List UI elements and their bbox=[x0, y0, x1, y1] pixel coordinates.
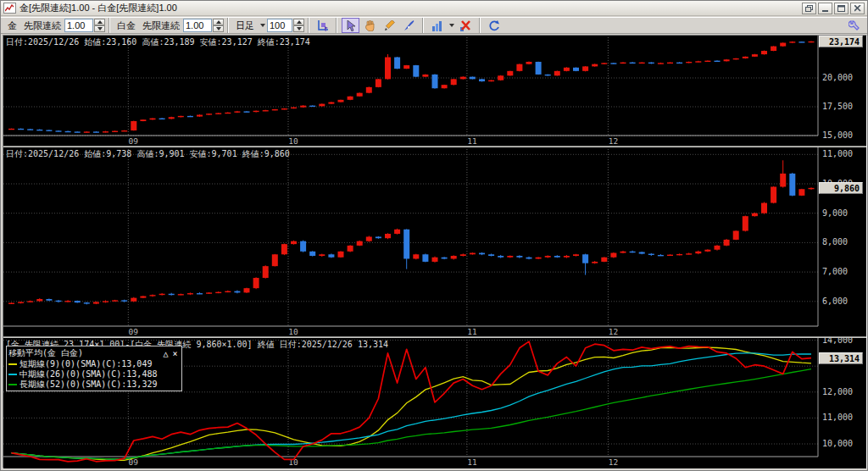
spin-up-icon[interactable] bbox=[94, 19, 105, 25]
y-axis-tick-label: 6,000 bbox=[822, 296, 848, 306]
instrument2-multiplier-input[interactable]: 1.00 bbox=[183, 19, 212, 32]
y-axis-labels-group: 11,00010,0009,0008,0007,0006,000 bbox=[822, 149, 853, 305]
instrument1-multiplier-spinner: 1.00 bbox=[64, 19, 105, 32]
candles-group bbox=[8, 42, 815, 133]
panel-separator[interactable] bbox=[3, 336, 866, 338]
clear-chart-button[interactable] bbox=[457, 18, 475, 33]
wrench-icon bbox=[849, 20, 860, 31]
toolbar-separator bbox=[422, 18, 424, 33]
chart-app-icon bbox=[3, 3, 16, 14]
chart-type-dropdown-button[interactable] bbox=[447, 18, 456, 33]
instrument2-multiplier-spinner: 1.00 bbox=[183, 19, 224, 32]
spin-up-icon[interactable] bbox=[213, 19, 224, 25]
chart-area: 0910111220,00017,50015,000 日付:2025/12/26… bbox=[3, 35, 867, 468]
maximize-button[interactable] bbox=[834, 3, 849, 14]
month-axis-label: 11 bbox=[467, 457, 477, 467]
legend-title: 移動平均(金 白金) bbox=[8, 347, 161, 359]
cursor-arrow-icon bbox=[346, 20, 356, 31]
bar-chart-icon bbox=[431, 20, 442, 31]
y-axis-tick-label: 20,000 bbox=[822, 73, 853, 82]
gold-candlestick-chart[interactable]: 0910111220,00017,50015,000 bbox=[3, 36, 866, 146]
chart-window: 金[先限連続]1.00 - 白金[先限連続]1.00 金 先限連続 1.00 白… bbox=[0, 0, 868, 471]
pan-tool-button[interactable] bbox=[361, 18, 379, 33]
cascade-icon bbox=[805, 5, 813, 12]
pencil-icon bbox=[384, 20, 395, 31]
draw-tool-button[interactable] bbox=[381, 18, 398, 33]
moving-average-legend[interactable]: 移動平均(金 白金) △ × 短期線(9)(0)(SMA)(C):13,049 … bbox=[6, 346, 182, 391]
month-axis-label: 12 bbox=[609, 327, 618, 336]
instrument1-spin-buttons bbox=[94, 19, 105, 32]
main-toolbar: 金 先限連続 1.00 白金 先限連続 1.00 日足 100 bbox=[1, 17, 867, 34]
select-tool-button[interactable] bbox=[342, 18, 359, 33]
period-dropdown-button[interactable] bbox=[258, 18, 267, 33]
legend-header: 移動平均(金 白金) △ × bbox=[8, 347, 180, 359]
toolbar-separator bbox=[336, 18, 337, 33]
spin-down-icon[interactable] bbox=[213, 25, 224, 32]
y-axis-tick-label: 17,500 bbox=[822, 102, 853, 111]
gold-last-price-badge: 23,174 bbox=[819, 36, 863, 47]
legend-collapse-button[interactable]: △ bbox=[161, 349, 170, 358]
instrument1-multiplier-input[interactable]: 1.00 bbox=[64, 19, 93, 32]
axis-crosshair-icon bbox=[317, 19, 329, 31]
title-bar[interactable]: 金[先限連続]1.00 - 白金[先限連続]1.00 bbox=[1, 1, 867, 16]
legend-row-long: 長期線(52)(0)(SMA)(C):13,329 bbox=[8, 380, 180, 390]
gold-ohlc-info: 日付:2025/12/26 始値:23,160 高値:23,189 安値:23,… bbox=[6, 36, 310, 48]
spread-last-price-badge: 13,314 bbox=[819, 352, 863, 364]
close-button[interactable] bbox=[850, 3, 865, 14]
instrument2-series-label: 先限連続 bbox=[142, 19, 180, 32]
bar-count-spin-buttons bbox=[293, 19, 304, 32]
month-axis-label: 10 bbox=[288, 136, 298, 146]
toolbar-separator bbox=[308, 18, 309, 33]
instrument1-name-label: 金 bbox=[8, 19, 17, 32]
mid-ma-color-swatch bbox=[8, 374, 17, 375]
gridlines-group: 09101112 bbox=[3, 36, 818, 146]
y-axis-tick-label: 12,000 bbox=[822, 387, 853, 396]
long-ma-color-swatch bbox=[8, 384, 17, 385]
crosshair-tool-button[interactable] bbox=[314, 18, 331, 33]
month-axis-label: 09 bbox=[129, 136, 139, 146]
instrument1-series-label: 先限連続 bbox=[24, 19, 61, 32]
candles-group bbox=[8, 160, 815, 304]
panel-separator[interactable] bbox=[3, 146, 866, 147]
month-axis-label: 09 bbox=[129, 327, 139, 336]
month-axis-label: 12 bbox=[609, 136, 618, 146]
instrument2-name-label: 白金 bbox=[117, 19, 136, 32]
month-axis-label: 11 bbox=[467, 136, 477, 146]
y-axis-labels-group: 20,00017,50015,000 bbox=[822, 73, 853, 140]
refresh-button[interactable] bbox=[485, 18, 503, 33]
minimize-button[interactable] bbox=[818, 3, 832, 14]
float-window-button[interactable] bbox=[802, 3, 816, 14]
delete-x-icon bbox=[460, 20, 471, 31]
toolbar-separator bbox=[479, 18, 481, 33]
chevron-down-icon bbox=[260, 24, 265, 27]
settings-button[interactable] bbox=[845, 18, 863, 33]
month-axis-label: 12 bbox=[609, 457, 618, 467]
period-label: 日足 bbox=[236, 19, 254, 32]
y-axis-tick-label: 11,000 bbox=[822, 413, 853, 422]
bar-count-spinner: 100 bbox=[267, 19, 304, 32]
maximize-icon bbox=[837, 5, 845, 12]
gridlines-group: 09101112 bbox=[3, 147, 818, 336]
legend-close-button[interactable]: × bbox=[170, 349, 180, 358]
y-axis-tick-label: 8,000 bbox=[822, 237, 848, 247]
platinum-last-price-badge: 9,860 bbox=[819, 182, 863, 194]
instrument2-spin-buttons bbox=[213, 19, 224, 32]
month-axis-label: 10 bbox=[288, 327, 298, 336]
annotate-tool-button[interactable] bbox=[400, 18, 418, 33]
window-title: 金[先限連続]1.00 - 白金[先限連続]1.00 bbox=[19, 2, 800, 14]
refresh-icon bbox=[488, 20, 500, 31]
spin-down-icon[interactable] bbox=[94, 25, 105, 32]
gold-price-panel[interactable]: 0910111220,00017,50015,000 日付:2025/12/26… bbox=[3, 36, 866, 146]
chart-type-button[interactable] bbox=[428, 18, 446, 33]
chevron-down-icon bbox=[449, 24, 454, 27]
spin-down-icon[interactable] bbox=[293, 25, 304, 32]
close-icon bbox=[854, 5, 861, 12]
y-axis-tick-label: 11,000 bbox=[822, 149, 853, 158]
long-ma-label: 長期線(52)(0)(SMA)(C):13,329 bbox=[19, 379, 157, 391]
y-axis-tick-label: 10,000 bbox=[822, 439, 853, 448]
y-axis-tick-label: 14,000 bbox=[822, 338, 853, 345]
platinum-price-panel[interactable]: 0910111211,00010,0009,0008,0007,0006,000… bbox=[3, 147, 866, 336]
spin-up-icon[interactable] bbox=[293, 19, 304, 25]
bar-count-input[interactable]: 100 bbox=[267, 19, 292, 32]
platinum-candlestick-chart[interactable]: 0910111211,00010,0009,0008,0007,0006,000 bbox=[3, 147, 866, 336]
